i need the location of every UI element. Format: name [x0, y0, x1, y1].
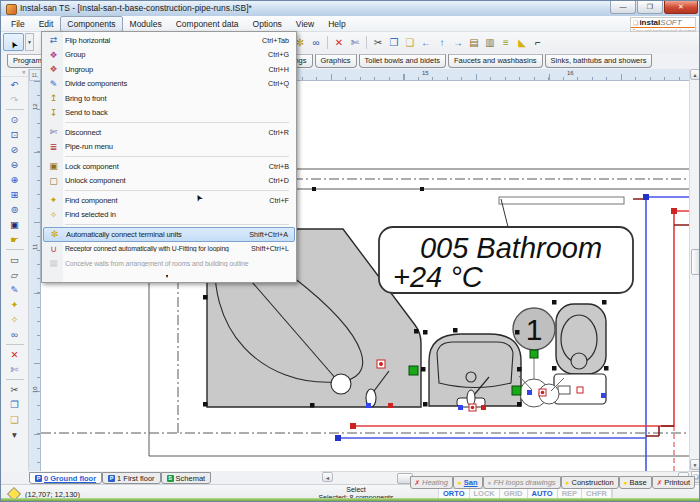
- cut-icon[interactable]: ✂: [371, 36, 385, 50]
- menu-item-conceive-walls[interactable]: ▦ Conceive walls from arrangement of roo…: [43, 256, 295, 271]
- align-icon[interactable]: ≡: [499, 36, 513, 50]
- select-polygon-icon[interactable]: ▱: [4, 267, 26, 282]
- menu-item-group[interactable]: ❖ Group Ctrl+G: [43, 48, 295, 63]
- layer-tab[interactable]: ● FH loops drawings: [483, 476, 561, 489]
- menu-item-pipe-run-menu[interactable]: ≣ Pipe-run menu: [43, 140, 295, 155]
- menu-item-auto-connect-terminal-units[interactable]: ✼ Automatically connect terminal units S…: [43, 227, 295, 242]
- move-right-icon[interactable]: →: [451, 36, 465, 50]
- move-left-icon[interactable]: ←: [419, 36, 433, 50]
- vertical-scroll-thumb[interactable]: [691, 249, 700, 275]
- component-tab[interactable]: Sinks, bathtubs and showers: [545, 54, 653, 68]
- delete-icon[interactable]: ✕: [332, 36, 346, 50]
- component-tab[interactable]: Graphics: [315, 54, 357, 68]
- menubar-item[interactable]: View: [289, 16, 321, 32]
- disconnect-icon[interactable]: ✄: [348, 36, 362, 50]
- paste-icon[interactable]: ❑: [4, 412, 26, 427]
- component-tab[interactable]: Faucets and washbasins: [448, 54, 543, 68]
- room-label[interactable]: 005 Bathroom +24 °C: [379, 199, 633, 293]
- maximize-button[interactable]: ❐: [637, 1, 663, 14]
- menubar-item[interactable]: Components: [60, 16, 122, 32]
- menu-item-ungroup[interactable]: ❖ Ungroup Ctrl+H: [43, 62, 295, 77]
- rail-separator: [6, 109, 24, 110]
- rail-separator: [6, 249, 24, 250]
- polyline-icon[interactable]: ⌐: [531, 36, 545, 50]
- full-screen-icon[interactable]: ▣: [4, 217, 26, 232]
- menubar-item[interactable]: File: [4, 16, 32, 32]
- menu-item-unlock-component[interactable]: ▢ Unlock component Ctrl+D: [43, 174, 295, 189]
- current-mode: Select: [286, 486, 426, 493]
- menu-item-find-component[interactable]: ✦ Find component Ctrl+F: [43, 193, 295, 208]
- select-window-icon[interactable]: ▭: [4, 252, 26, 267]
- scroll-left-icon[interactable]: ◄: [322, 472, 333, 482]
- title-bar: Instal-san TS - [Instal-san-t-base-const…: [1, 1, 700, 17]
- zoom-previous-icon[interactable]: ⊘: [4, 142, 26, 157]
- scroll-up-icon[interactable]: ▲: [690, 69, 700, 80]
- group-chain-icon[interactable]: ∞: [4, 327, 26, 342]
- disconnect-icon: ✄: [45, 125, 62, 139]
- menu-item-disconnect[interactable]: ✄ Disconnect Ctrl+R: [43, 125, 295, 140]
- bulb-on-icon: ●: [566, 480, 570, 486]
- find-selected-icon[interactable]: ✧: [4, 312, 26, 327]
- bring-to-front-icon[interactable]: ▤: [467, 36, 481, 50]
- rail-separator: [6, 344, 24, 345]
- find-flashlight-icon[interactable]: ✦: [4, 297, 26, 312]
- zoom-extents-icon[interactable]: ⊞: [4, 187, 26, 202]
- send-to-back-icon[interactable]: ▥: [483, 36, 497, 50]
- menu-item-flip-horizontal[interactable]: ⇄ Flip horizontal Ctrl+Tab: [43, 33, 295, 48]
- brand-name-light: SOFT: [660, 19, 681, 27]
- paste-icon[interactable]: ❑: [403, 36, 417, 50]
- zoom-selected-icon[interactable]: ⊚: [4, 202, 26, 217]
- washbasin[interactable]: [429, 334, 521, 407]
- menu-scroll-down[interactable]: ▾: [43, 271, 295, 281]
- fill-wedge-icon[interactable]: ◣: [515, 36, 529, 50]
- layer-tab[interactable]: ✗ Heating: [410, 476, 453, 489]
- menu-item-divide-components[interactable]: ✎ Divide components Ctrl+Q: [43, 77, 295, 92]
- ruler-number: 16: [567, 70, 574, 76]
- pan-hand-icon[interactable]: ☛: [4, 232, 26, 247]
- zoom-out-icon[interactable]: ⊖: [4, 157, 26, 172]
- sheet-tab[interactable]: S Schemat: [161, 472, 212, 484]
- disconnect-icon[interactable]: ✄: [4, 362, 26, 377]
- vertical-scrollbar[interactable]: ▲ ▼: [689, 69, 700, 471]
- move-up-icon[interactable]: ↑: [435, 36, 449, 50]
- more-tools-icon[interactable]: ▾: [4, 427, 26, 442]
- minimize-button[interactable]: —: [610, 1, 636, 14]
- menubar-item[interactable]: Component data: [169, 16, 246, 32]
- sheet-tab[interactable]: P 0 Ground floor: [29, 472, 102, 484]
- menubar-item[interactable]: Options: [246, 16, 289, 32]
- zone-badge[interactable]: 1: [513, 308, 555, 350]
- menu-item-bring-to-front[interactable]: ↥ Bring to front: [43, 91, 295, 106]
- divide-pencil-icon[interactable]: ✎: [4, 282, 26, 297]
- bulb-on-icon: ●: [458, 480, 462, 486]
- menu-item-send-to-back[interactable]: ↧ Send to back: [43, 106, 295, 121]
- menubar-item[interactable]: Modules: [123, 16, 169, 32]
- menu-item-receptor-connect[interactable]: ∪ Receptor connect automatically with U-…: [43, 242, 295, 257]
- redo-icon[interactable]: ↷: [4, 92, 26, 107]
- copy-icon[interactable]: ❐: [4, 397, 26, 412]
- component-tab[interactable]: Toilet bowls and bidets: [359, 54, 446, 68]
- layer-tab[interactable]: ✗ Printout: [652, 476, 695, 489]
- close-button[interactable]: ✕: [664, 1, 698, 14]
- copy-icon[interactable]: ❐: [387, 36, 401, 50]
- menubar-item[interactable]: Help: [321, 16, 352, 32]
- scroll-down-icon[interactable]: ▼: [690, 459, 700, 470]
- toolbar-close-icon[interactable]: ✕: [1, 69, 28, 77]
- layer-tab[interactable]: ● Base: [619, 476, 652, 489]
- bulb-on-icon: ●: [624, 480, 628, 486]
- sheet-tab[interactable]: P 1 First floor: [102, 472, 161, 484]
- select-tool-button[interactable]: ➤: [3, 33, 24, 51]
- zoom-in-icon[interactable]: ⊕: [4, 172, 26, 187]
- menu-item-find-selected-in[interactable]: ✧ Find selected in: [43, 208, 295, 223]
- chain-connect-icon[interactable]: ∞: [309, 36, 323, 50]
- undo-icon[interactable]: ↶: [4, 77, 26, 92]
- menubar-item[interactable]: Edit: [32, 16, 61, 32]
- select-tool-dropdown[interactable]: ▼: [25, 33, 34, 51]
- layer-tab[interactable]: ● San: [453, 476, 483, 489]
- delete-icon[interactable]: ✕: [4, 347, 26, 362]
- layer-tab[interactable]: ● Construction: [561, 476, 619, 489]
- cut-icon[interactable]: ✂: [4, 382, 26, 397]
- zoom-window-icon[interactable]: ⊡: [4, 127, 26, 142]
- logo-doc-icon: ❏: [633, 19, 638, 27]
- zoom-help-icon[interactable]: ⊙: [4, 112, 26, 127]
- menu-item-lock-component[interactable]: ▣ Lock component Ctrl+B: [43, 159, 295, 174]
